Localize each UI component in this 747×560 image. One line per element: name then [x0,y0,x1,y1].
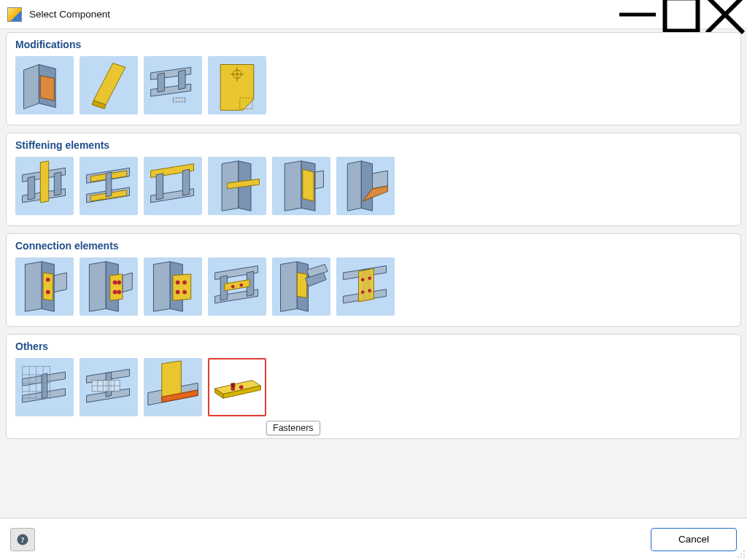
svg-rect-112 [231,383,236,388]
dialog-title: Select Component [29,9,616,20]
section-others: Others [6,334,741,439]
component-contact-surfaces[interactable] [80,358,138,416]
content-area: Modifications [0,29,747,518]
svg-marker-49 [54,273,66,292]
svg-point-82 [368,276,371,280]
svg-marker-28 [106,172,112,197]
thumbs-modifications [15,56,732,114]
svg-marker-87 [42,373,47,398]
svg-marker-23 [40,161,48,203]
component-fin-plate[interactable] [80,257,138,316]
svg-marker-74 [297,273,306,298]
svg-point-56 [117,290,121,295]
thumbs-stiffening [15,157,732,215]
component-fasteners[interactable]: Fasteners [208,358,266,416]
component-haunch[interactable] [336,157,395,215]
dialog-window: Select Component Modifications [0,0,747,560]
section-modifications: Modifications [6,32,741,125]
component-weld[interactable] [144,358,202,416]
svg-point-111 [239,385,244,389]
svg-marker-41 [361,161,372,211]
svg-marker-4 [24,65,39,109]
svg-marker-22 [54,172,61,195]
component-splice-welded[interactable] [272,257,330,316]
svg-marker-52 [110,274,123,300]
svg-point-70 [231,285,235,289]
tooltip-fasteners: Fasteners [266,421,320,435]
section-title-stiffening: Stiffening elements [15,139,732,151]
svg-marker-57 [123,273,132,292]
svg-marker-60 [173,274,191,300]
component-cleat-angle[interactable] [144,257,202,316]
svg-marker-50 [89,262,106,311]
svg-point-54 [117,280,121,284]
svg-text:?: ? [20,535,24,544]
svg-marker-72 [281,262,298,311]
footer: ? Cancel [0,518,747,560]
cap-plate-between-icon [209,158,265,214]
haunch-icon [338,158,393,214]
svg-marker-7 [93,63,125,105]
maximize-button[interactable] [659,0,703,28]
svg-marker-11 [158,73,165,93]
svg-point-63 [176,290,180,295]
svg-marker-80 [359,268,374,302]
component-cover-plate[interactable] [336,257,395,316]
component-opening-rectangular[interactable] [15,56,74,114]
cancel-button[interactable]: Cancel [651,528,737,551]
help-button[interactable]: ? [10,528,35,551]
weld-icon [145,359,201,415]
svg-marker-36 [285,161,301,211]
component-cap-plate-between[interactable] [208,157,266,215]
component-widener-plate[interactable] [80,157,138,215]
component-grid-work-plane[interactable] [15,358,74,416]
svg-point-48 [46,290,50,295]
end-plate-icon [17,259,72,314]
svg-point-117 [743,553,745,555]
svg-point-116 [740,553,742,555]
component-hole-drill[interactable] [208,56,266,114]
component-rib-stiffener[interactable] [15,157,74,215]
svg-marker-6 [40,76,54,101]
svg-marker-31 [156,174,163,200]
svg-point-83 [361,290,365,294]
thumbs-connection [15,257,732,316]
svg-marker-58 [153,262,170,311]
svg-point-55 [113,290,117,295]
fasteners-icon [209,359,265,415]
svg-point-62 [182,280,187,284]
component-plate[interactable] [80,56,138,114]
component-end-plate[interactable] [15,257,74,316]
section-title-modifications: Modifications [15,39,732,50]
component-doubler-plate[interactable] [272,157,330,215]
minimize-button[interactable] [616,0,659,28]
component-cap-plate-top[interactable] [144,157,202,215]
svg-point-120 [743,556,745,558]
opening-rectangular-icon [17,58,72,113]
svg-point-71 [239,284,243,287]
contact-surfaces-icon [81,359,136,415]
svg-point-47 [46,278,50,282]
seat-plate-icon [209,259,265,314]
hole-drill-icon [209,58,265,113]
widener-plate-icon [81,158,136,214]
svg-point-81 [361,278,365,281]
svg-point-61 [176,280,180,284]
cleat-angle-icon [145,259,201,314]
svg-point-115 [743,551,745,552]
close-button[interactable] [703,0,747,28]
plate-icon [81,58,136,113]
svg-marker-44 [25,262,42,311]
rib-stiffener-icon [17,158,72,214]
svg-marker-40 [347,161,361,211]
fin-plate-icon [81,259,136,314]
splice-welded-icon [274,259,329,314]
component-cope-notch[interactable] [144,56,202,114]
component-seat-plate[interactable] [208,257,266,316]
cover-plate-icon [338,259,393,314]
svg-marker-38 [303,169,314,201]
svg-marker-46 [43,273,53,300]
resize-grip[interactable] [735,548,746,559]
titlebar: Select Component [0,0,747,29]
resize-grip-icon [735,548,746,559]
